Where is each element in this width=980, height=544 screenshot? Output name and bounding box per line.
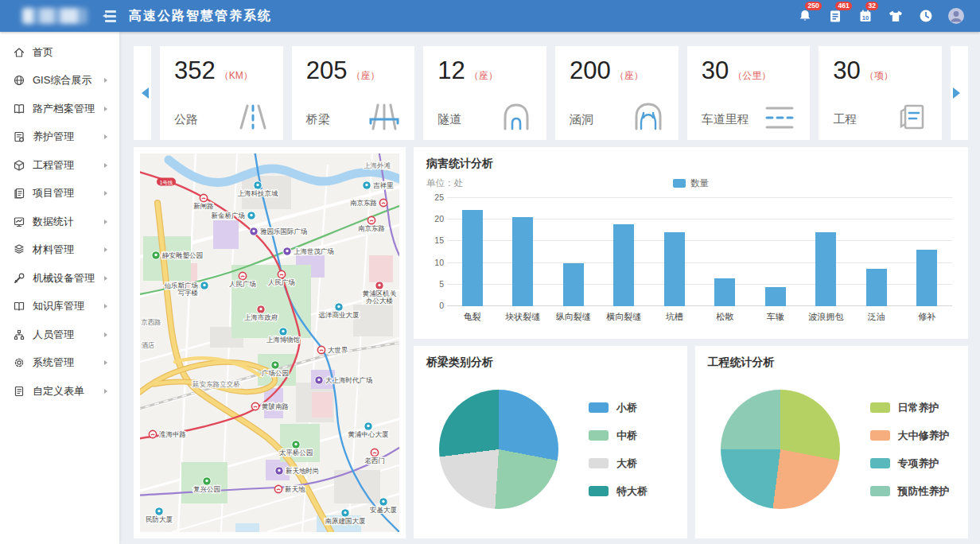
x-axis-label: 松散 xyxy=(700,311,751,323)
chevron-right-icon xyxy=(104,304,110,309)
map-label-1号线: 1号线 xyxy=(157,178,176,186)
sidebar-item-label: 项目管理 xyxy=(33,186,74,200)
legend-label: 专项养护 xyxy=(898,457,939,471)
legend-label: 特大桥 xyxy=(616,484,648,499)
bar-龟裂 xyxy=(447,198,498,306)
x-axis-label: 块状裂缝 xyxy=(498,311,549,323)
bridge-pie-legend: 小桥中桥大桥特大桥 xyxy=(589,401,648,499)
x-axis-label: 波浪拥包 xyxy=(801,311,852,323)
project-pie-legend: 日常养护大中修养护专项养护预防性养护 xyxy=(870,401,950,499)
sidebar-item-工程管理[interactable]: 工程管理 xyxy=(0,151,119,180)
legend-label: 大桥 xyxy=(616,457,637,471)
gis-icon xyxy=(13,74,25,87)
chevron-left-icon xyxy=(136,87,149,99)
bell-badge: 250 xyxy=(805,2,822,10)
company-logo xyxy=(22,8,88,24)
stat-card-涵洞[interactable]: 200（座）涵洞 xyxy=(555,46,679,140)
sidebar-item-项目管理[interactable]: 项目管理 xyxy=(0,180,119,208)
city-map[interactable]: 上海外滩1号线新闸路上海科技京城吉祥里南京东路南京东路新金桥广场雅园乐国际广场静… xyxy=(140,153,399,532)
chevron-right-icon xyxy=(104,134,110,139)
legend-swatch xyxy=(870,402,890,413)
legend-item-专项养护[interactable]: 专项养护 xyxy=(870,457,950,471)
sidebar-item-材料管理[interactable]: 材料管理 xyxy=(0,236,119,265)
chevron-right-icon xyxy=(104,247,110,252)
legend-item-中桥[interactable]: 中桥 xyxy=(589,429,648,443)
legend-item-预防性养护[interactable]: 预防性养护 xyxy=(870,484,950,499)
map-label-新金桥广场: 新金桥广场 xyxy=(212,212,256,220)
calendar-icon-wrap[interactable]: 10 32 xyxy=(856,6,875,25)
svg-text:京西路: 京西路 xyxy=(141,318,161,326)
project-stats-panel: 工程统计分析 日常养护大中修养护专项养护预防性养护 xyxy=(695,346,969,538)
sidebar-item-自定义表单[interactable]: 自定义表单 xyxy=(0,377,119,406)
svg-text:人民广场: 人民广场 xyxy=(268,278,295,286)
legend-item-日常养护[interactable]: 日常养护 xyxy=(870,401,950,415)
x-axis-label: 龟裂 xyxy=(447,311,498,323)
sidebar-item-label: 材料管理 xyxy=(33,243,74,257)
svg-text:南京东路: 南京东路 xyxy=(358,224,385,232)
legend-item-大桥[interactable]: 大桥 xyxy=(589,457,648,471)
carousel-next-button[interactable] xyxy=(951,46,968,140)
stat-value: 30 xyxy=(702,56,729,84)
home-icon xyxy=(13,46,25,59)
stat-card-车道里程[interactable]: 30（公里）车道里程 xyxy=(687,46,811,140)
legend-label: 预防性养护 xyxy=(898,484,950,499)
sidebar-item-机械设备管理[interactable]: 机械设备管理 xyxy=(0,264,119,293)
message-clipboard-icon[interactable]: 461 xyxy=(826,6,845,25)
legend-label: 大中修养护 xyxy=(898,429,950,443)
legend-item-小桥[interactable]: 小桥 xyxy=(589,401,648,415)
avatar-icon xyxy=(947,6,966,25)
project-icon xyxy=(13,187,25,200)
stat-card-桥梁[interactable]: 205（座）桥梁 xyxy=(292,46,415,140)
sidebar-item-label: 首页 xyxy=(33,45,53,60)
maintenance-icon xyxy=(13,130,25,143)
road-icon xyxy=(235,100,270,132)
map-label-京西路: 京西路 xyxy=(141,318,161,326)
svg-text:大上海时代广场: 大上海时代广场 xyxy=(325,376,373,384)
map-label-淮海中路: 淮海中路 xyxy=(149,430,186,438)
chevron-right-icon xyxy=(104,276,110,281)
stat-label: 桥梁 xyxy=(306,112,330,127)
svg-text:上海科技京城: 上海科技京城 xyxy=(238,189,279,197)
clock-icon-wrap[interactable] xyxy=(916,6,935,25)
sidebar-item-人员管理[interactable]: 人员管理 xyxy=(0,321,119,349)
svg-text:南京东路: 南京东路 xyxy=(350,199,377,207)
svg-text:民防大厦: 民防大厦 xyxy=(146,515,173,523)
sidebar-item-首页[interactable]: 首页 xyxy=(0,38,119,67)
sidebar-item-数据统计[interactable]: 数据统计 xyxy=(0,208,119,236)
x-axis-label: 车辙 xyxy=(750,311,801,323)
bar-chart-legend[interactable]: 数量 xyxy=(426,177,955,189)
material-icon xyxy=(13,243,25,256)
svg-text:远洋商业大厦: 远洋商业大厦 xyxy=(318,311,360,319)
legend-item-特大桥[interactable]: 特大桥 xyxy=(589,484,648,499)
svg-text:酒店: 酒店 xyxy=(142,341,155,349)
stat-card-隧道[interactable]: 12（座）隧道 xyxy=(423,46,546,140)
uniform-shirt-icon[interactable] xyxy=(886,6,905,25)
sidebar-item-GIS综合展示[interactable]: GIS综合展示 xyxy=(0,67,119,95)
personnel-icon xyxy=(13,328,25,341)
sidebar-item-养护管理[interactable]: 养护管理 xyxy=(0,123,119,152)
svg-text:延安东路立交桥: 延安东路立交桥 xyxy=(192,380,240,388)
stat-unit: （KM） xyxy=(220,70,253,81)
map-label-大世界: 大世界 xyxy=(317,346,348,354)
user-avatar[interactable] xyxy=(947,6,966,25)
svg-text:复兴公园: 复兴公园 xyxy=(193,485,220,493)
notification-bell-icon[interactable]: 250 xyxy=(795,6,815,25)
sidebar-nav: 首页GIS综合展示路产档案管理养护管理工程管理项目管理数据统计材料管理机械设备管… xyxy=(0,32,119,544)
menu-collapse-icon[interactable] xyxy=(100,10,116,22)
legend-swatch xyxy=(870,430,890,441)
svg-text:1号线: 1号线 xyxy=(160,180,173,185)
carousel-prev-button[interactable] xyxy=(134,46,151,140)
legend-item-大中修养护[interactable]: 大中修养护 xyxy=(870,429,950,443)
bar-rect xyxy=(916,250,937,306)
map-label-南京东路: 南京东路 xyxy=(350,199,387,207)
sidebar-item-路产档案管理[interactable]: 路产档案管理 xyxy=(0,95,119,123)
sidebar-item-知识库管理[interactable]: 知识库管理 xyxy=(0,293,119,321)
bar-rect xyxy=(714,278,735,306)
culvert-icon xyxy=(631,100,666,132)
bar-车辙 xyxy=(750,198,801,306)
sidebar-item-系统管理[interactable]: 系统管理 xyxy=(0,349,119,378)
stat-card-公路[interactable]: 352（KM）公路 xyxy=(160,46,283,140)
svg-text:淮海中路: 淮海中路 xyxy=(159,430,186,438)
chevron-right-icon xyxy=(104,220,110,224)
stat-card-工程[interactable]: 30（项）工程 xyxy=(819,46,942,140)
